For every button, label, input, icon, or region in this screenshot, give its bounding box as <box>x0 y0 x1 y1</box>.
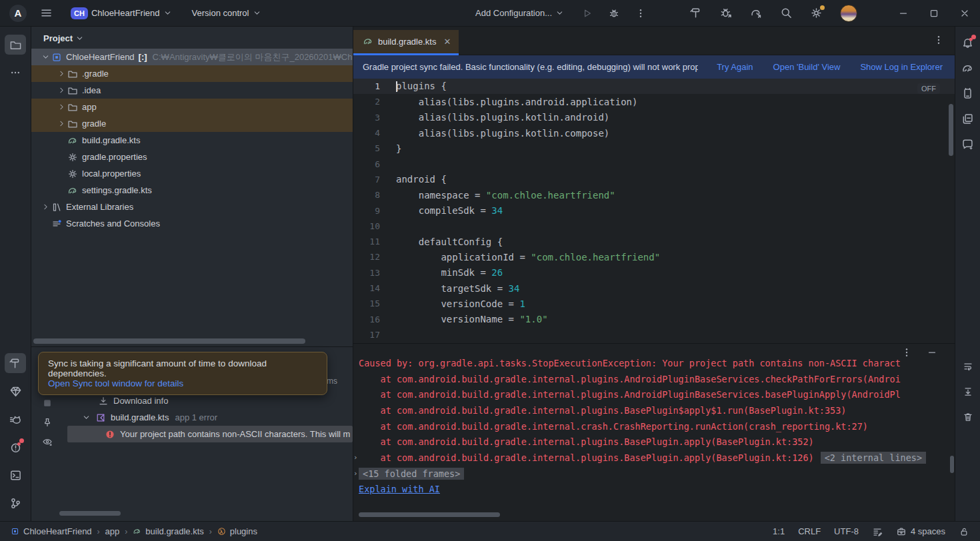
build-tool-button[interactable] <box>5 353 26 373</box>
clear-console-trash-icon[interactable] <box>958 408 978 426</box>
user-avatar[interactable] <box>840 5 857 22</box>
code-line-2[interactable]: 2 alias(libs.plugins.android.application… <box>353 94 955 109</box>
code-line-4[interactable]: 4 alias(libs.plugins.kotlin.compose) <box>353 125 955 141</box>
tree-item-settings-gradle-kts[interactable]: settings.gradle.kts <box>31 182 353 199</box>
stacktrace-line[interactable]: at com.android.build.gradle.internal.plu… <box>353 386 955 402</box>
tree-item--idea[interactable]: .idea <box>31 82 353 99</box>
code-line-15[interactable]: 15 versionCode = 1 <box>353 296 955 311</box>
build-hscrollbar[interactable] <box>59 511 121 516</box>
problems-tool-button[interactable] <box>5 437 26 457</box>
gradle-sync-icon[interactable] <box>750 7 763 19</box>
console-hscrollbar[interactable] <box>359 512 500 517</box>
stacktrace-line[interactable]: at com.android.build.gradle.internal.cra… <box>353 418 955 434</box>
code-line-10[interactable]: 10 <box>353 219 955 234</box>
terminal-tool-button[interactable] <box>5 465 26 485</box>
chevron-down-icon[interactable] <box>39 53 51 61</box>
ai-assistant-chat-icon[interactable] <box>958 135 978 153</box>
stacktrace-line[interactable]: Caused by: org.gradle.api.tasks.StopExec… <box>353 355 955 371</box>
tree-item-scratches-and-consoles[interactable]: Scratches and Consoles <box>31 215 353 232</box>
code-line-17[interactable]: 17 <box>353 327 955 342</box>
tab-build-gradle-kts[interactable]: build.gradle.kts ✕ <box>353 30 459 55</box>
main-menu-icon[interactable] <box>40 7 53 19</box>
pin-icon[interactable] <box>42 417 53 428</box>
folded-frames-row[interactable]: ›<15 folded frames> <box>353 466 955 482</box>
inspections-widget-icon[interactable] <box>872 526 883 537</box>
dependencies-tool-button[interactable] <box>5 381 26 401</box>
git-tool-button[interactable] <box>5 493 26 513</box>
app-logo-icon[interactable]: A <box>9 5 27 22</box>
code-line-1[interactable]: 1plugins { <box>353 79 955 94</box>
more-actions-icon[interactable] <box>635 8 646 19</box>
project-widget[interactable]: CH ChloeHeartFriend <box>66 4 177 23</box>
caret-position[interactable]: 1:1 <box>773 526 785 536</box>
tree-item-build-gradle-kts[interactable]: build.gradle.kts <box>31 132 353 149</box>
build-tree-item[interactable]: build.gradle.ktsapp 1 error <box>63 409 353 426</box>
window-close-button[interactable] <box>949 0 980 27</box>
chevron-right-icon[interactable] <box>39 203 51 211</box>
tree-item-chloeheartfriend[interactable]: ChloeHeartFriend[:]C:₩Antigravity₩클로이의 마… <box>31 49 353 65</box>
tree-item-gradle[interactable]: gradle <box>31 115 353 132</box>
code-line-7[interactable]: 7android { <box>353 172 955 187</box>
code-line-6[interactable]: 6 <box>353 156 955 171</box>
gradle-cat-tool-button[interactable] <box>5 409 26 429</box>
tree-item-gradle-properties[interactable]: gradle.properties <box>31 149 353 165</box>
banner-action-open-build-view[interactable]: Open 'Build' View <box>773 62 841 72</box>
project-tool-button[interactable] <box>5 35 26 55</box>
soft-wrap-icon[interactable] <box>958 357 978 376</box>
settings-gear-icon[interactable] <box>810 7 823 19</box>
tree-item-local-properties[interactable]: local.properties <box>31 165 353 182</box>
console-text[interactable]: Explain with AI <box>359 484 440 494</box>
device-manager-icon[interactable] <box>958 84 978 103</box>
window-maximize-button[interactable] <box>919 0 949 27</box>
build-tree-item[interactable]: Your project path contains non-ASCII cha… <box>67 426 353 442</box>
stacktrace-line[interactable]: at com.android.build.gradle.internal.plu… <box>353 434 955 450</box>
gradle-tool-button[interactable] <box>958 59 978 77</box>
banner-action-show-log-in-explorer[interactable]: Show Log in Explorer <box>860 62 943 72</box>
more-tool-windows-icon[interactable] <box>5 63 26 83</box>
open-sync-window-link[interactable]: Open Sync tool window for details <box>48 378 183 388</box>
breadcrumb-item-build-gradle-kts[interactable]: build.gradle.kts <box>133 526 203 536</box>
chevron-right-icon[interactable] <box>55 69 67 78</box>
run-icon[interactable] <box>582 8 593 19</box>
code-line-9[interactable]: 9 compileSdk = 34 <box>353 203 955 218</box>
breadcrumb-item-chloeheartfriend[interactable]: ChloeHeartFriend <box>11 526 92 536</box>
breadcrumb-item-plugins[interactable]: plugins <box>217 526 257 536</box>
tree-item-app[interactable]: app <box>31 99 353 115</box>
search-everywhere-icon[interactable] <box>780 7 793 19</box>
profiler-bug-icon[interactable] <box>720 7 733 19</box>
chevron-right-icon[interactable] <box>55 119 67 128</box>
notifications-bell-icon[interactable] <box>958 33 978 52</box>
fold-arrow-icon[interactable]: › <box>353 469 358 478</box>
project-panel-header[interactable]: Project <box>31 27 353 47</box>
stacktrace-line[interactable]: › at com.android.build.gradle.internal.p… <box>353 450 955 466</box>
code-line-3[interactable]: 3 alias(libs.plugins.kotlin.android) <box>353 110 955 125</box>
breadcrumb-item-app[interactable]: app <box>105 526 120 536</box>
file-lock-icon[interactable] <box>959 526 969 537</box>
code-line-5[interactable]: 5} <box>353 141 955 156</box>
console-vscrollbar[interactable] <box>950 456 954 473</box>
scroll-to-end-icon[interactable] <box>958 382 978 401</box>
show-details-eye-icon[interactable] <box>42 436 53 447</box>
build-project-icon[interactable] <box>690 7 703 19</box>
highlighting-off-label[interactable]: OFF <box>917 83 940 94</box>
tree-item--gradle[interactable]: .gradle <box>31 65 353 82</box>
version-control-widget[interactable]: Version control <box>187 5 266 21</box>
running-devices-icon[interactable] <box>958 109 978 128</box>
code-line-16[interactable]: 16 versionName = "1.0" <box>353 311 955 326</box>
chevron-right-icon[interactable] <box>55 86 67 95</box>
internal-frames-badge[interactable]: <2 internal lines> <box>821 452 926 464</box>
indent-widget[interactable]: 4 spaces <box>896 526 945 537</box>
banner-action-try-again[interactable]: Try Again <box>717 62 753 72</box>
project-hscrollbar[interactable] <box>33 338 305 344</box>
run-configuration-select[interactable]: Add Configuration... <box>471 5 569 21</box>
code-editor[interactable]: 1plugins {2 alias(libs.plugins.android.a… <box>353 79 955 343</box>
debug-icon[interactable] <box>609 8 619 19</box>
editor-vscrollbar[interactable] <box>949 104 953 156</box>
fold-arrow-icon[interactable]: › <box>353 453 358 462</box>
code-line-11[interactable]: 11 defaultConfig { <box>353 234 955 249</box>
tree-item-external-libraries[interactable]: External Libraries <box>31 199 353 215</box>
code-line-13[interactable]: 13 minSdk = 26 <box>353 265 955 280</box>
code-line-8[interactable]: 8 namespace = "com.chloe.heartfriend" <box>353 187 955 203</box>
stop-icon[interactable] <box>42 398 53 408</box>
tab-options-icon[interactable] <box>933 35 944 45</box>
